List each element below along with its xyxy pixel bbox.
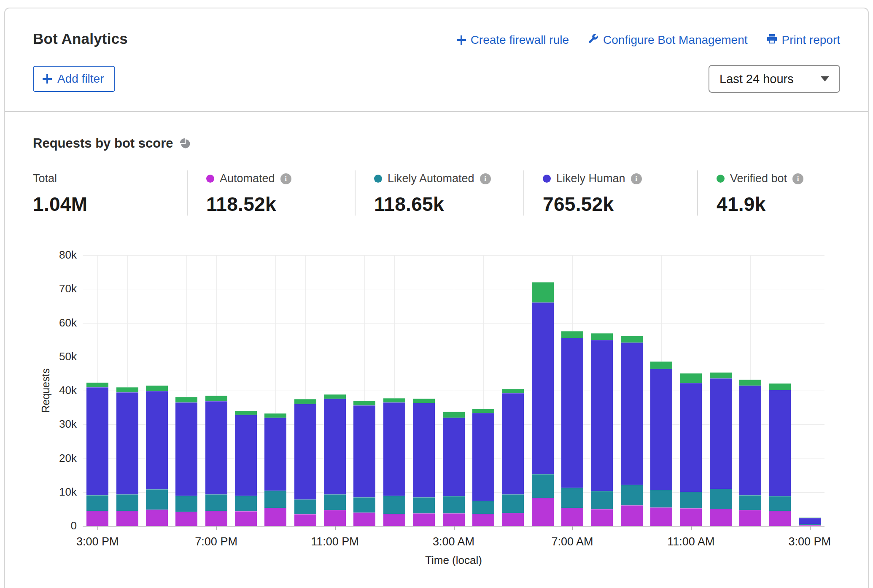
bar-segment-likely-human[interactable] [591,340,613,491]
bar-segment-likely-human[interactable] [799,518,821,524]
bar-segment-automated[interactable] [235,511,257,526]
bar-3:00 PM[interactable] [799,518,821,526]
bar-segment-verified-bot[interactable] [383,398,405,402]
bar-segment-automated[interactable] [532,498,554,526]
bar-segment-likely-automated[interactable] [324,494,346,510]
bar-segment-likely-human[interactable] [324,399,346,494]
bar-8:00 PM[interactable] [235,411,257,526]
bar-segment-verified-bot[interactable] [235,411,257,415]
bar-12:00 PM[interactable] [710,372,732,526]
bar-segment-automated[interactable] [264,508,286,526]
bar-segment-likely-automated[interactable] [86,495,108,511]
time-range-select[interactable]: Last 24 hours [709,65,840,93]
bar-segment-likely-automated[interactable] [294,499,316,514]
bar-segment-verified-bot[interactable] [680,373,702,383]
bar-11:00 PM[interactable] [324,394,346,526]
info-icon[interactable] [280,173,291,184]
bar-segment-verified-bot[interactable] [591,333,613,340]
bar-4:00 PM[interactable] [116,387,138,526]
bar-segment-automated[interactable] [621,505,643,526]
bar-segment-likely-automated[interactable] [116,494,138,511]
bar-segment-likely-automated[interactable] [175,496,197,512]
bar-segment-automated[interactable] [710,509,732,526]
bar-5:00 PM[interactable] [146,386,168,526]
bar-segment-verified-bot[interactable] [650,361,672,369]
bar-segment-likely-automated[interactable] [591,491,613,509]
bar-segment-verified-bot[interactable] [294,399,316,403]
bar-segment-likely-human[interactable] [413,403,435,497]
create-firewall-rule-link[interactable]: Create firewall rule [456,33,569,47]
bar-segment-verified-bot[interactable] [264,413,286,418]
bar-segment-likely-human[interactable] [739,386,761,495]
bar-1:00 PM[interactable] [739,380,761,526]
bar-segment-automated[interactable] [175,512,197,526]
bar-segment-automated[interactable] [324,510,346,526]
bar-segment-likely-human[interactable] [116,392,138,494]
bar-12:00 AM[interactable] [353,401,375,526]
bar-1:00 AM[interactable] [383,398,405,526]
bar-segment-automated[interactable] [205,511,227,526]
bar-9:00 PM[interactable] [264,413,286,526]
bar-2:00 AM[interactable] [413,399,435,526]
bar-8:00 AM[interactable] [591,333,613,526]
bar-segment-likely-automated[interactable] [502,494,524,512]
bar-segment-likely-human[interactable] [86,387,108,495]
bar-segment-likely-human[interactable] [680,383,702,492]
bar-segment-automated[interactable] [116,511,138,526]
bar-segment-automated[interactable] [739,510,761,526]
print-report-link[interactable]: Print report [766,33,841,47]
bar-segment-automated[interactable] [591,509,613,526]
bar-segment-verified-bot[interactable] [739,380,761,386]
bar-segment-verified-bot[interactable] [353,401,375,405]
bar-segment-likely-human[interactable] [264,418,286,491]
bar-segment-automated[interactable] [383,514,405,526]
bar-segment-automated[interactable] [86,511,108,526]
bar-7:00 PM[interactable] [205,396,227,526]
bar-segment-verified-bot[interactable] [532,282,554,302]
bar-segment-likely-automated[interactable] [443,496,465,513]
bar-3:00 PM[interactable] [86,383,108,526]
bar-segment-verified-bot[interactable] [205,396,227,401]
bar-segment-likely-human[interactable] [235,415,257,496]
bar-segment-likely-automated[interactable] [650,490,672,507]
bar-6:00 PM[interactable] [175,397,197,526]
bar-segment-likely-automated[interactable] [353,497,375,512]
bar-segment-automated[interactable] [680,508,702,526]
info-icon[interactable] [792,173,803,184]
bar-segment-likely-human[interactable] [532,302,554,474]
bar-segment-likely-automated[interactable] [561,488,583,507]
bar-segment-automated[interactable] [353,512,375,526]
bar-segment-verified-bot[interactable] [561,331,583,338]
bar-9:00 AM[interactable] [621,336,643,526]
bar-segment-verified-bot[interactable] [146,386,168,391]
bar-segment-likely-human[interactable] [472,413,494,501]
bar-segment-likely-human[interactable] [769,390,791,496]
bar-segment-automated[interactable] [650,507,672,526]
bar-segment-likely-human[interactable] [205,401,227,494]
bar-segment-likely-human[interactable] [383,402,405,496]
configure-bot-management-link[interactable]: Configure Bot Management [587,33,747,47]
info-icon[interactable] [631,173,642,184]
bar-3:00 AM[interactable] [443,412,465,526]
bar-segment-likely-automated[interactable] [264,491,286,508]
bar-segment-likely-human[interactable] [353,405,375,497]
bar-segment-likely-automated[interactable] [146,489,168,510]
bar-segment-likely-human[interactable] [146,391,168,489]
bar-4:00 AM[interactable] [472,409,494,526]
bar-6:00 AM[interactable] [532,282,554,526]
bar-segment-likely-automated[interactable] [235,496,257,512]
bar-segment-verified-bot[interactable] [175,397,197,402]
bar-5:00 AM[interactable] [502,389,524,526]
bar-segment-likely-human[interactable] [621,343,643,485]
bar-segment-likely-automated[interactable] [205,494,227,511]
bar-segment-likely-automated[interactable] [710,489,732,509]
bar-segment-verified-bot[interactable] [621,336,643,343]
bar-segment-likely-human[interactable] [650,369,672,490]
bar-segment-automated[interactable] [413,513,435,526]
bar-segment-likely-automated[interactable] [680,492,702,508]
bar-segment-likely-human[interactable] [294,404,316,500]
bar-segment-likely-human[interactable] [175,402,197,496]
bar-segment-likely-automated[interactable] [739,495,761,510]
bar-segment-likely-automated[interactable] [769,496,791,511]
bar-segment-likely-human[interactable] [561,338,583,488]
